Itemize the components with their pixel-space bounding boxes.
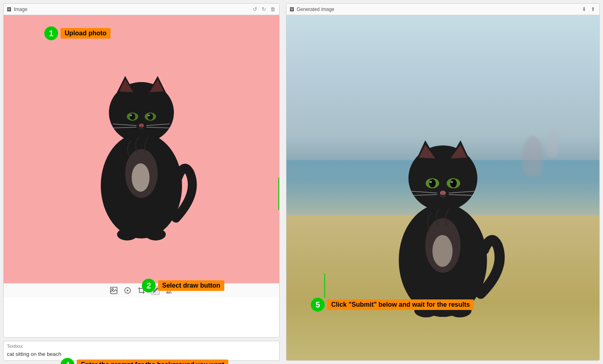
svg-point-46: [432, 235, 453, 267]
svg-point-9: [147, 113, 153, 120]
callout-number-1: 1: [44, 26, 58, 40]
svg-point-19: [117, 228, 137, 240]
callout-text-5: Click "Submit" below and wait for the re…: [327, 299, 474, 310]
image-toolbar: [4, 283, 279, 297]
callout-number-5: 5: [311, 298, 325, 312]
prompt-input[interactable]: [7, 350, 276, 358]
callout-5: 5 Click "Submit" below and wait for the …: [311, 298, 474, 312]
image-icon: 🖼: [7, 7, 11, 12]
svg-point-23: [112, 288, 113, 290]
left-panel-title: Image: [14, 6, 27, 12]
delete-button[interactable]: 🗑: [269, 6, 276, 13]
right-panel-title: Generated image: [297, 6, 334, 12]
right-panel: 🖼 Generated image ⬇ ⬆: [286, 3, 600, 361]
svg-point-37: [429, 181, 432, 183]
generated-image-canvas: 5 Click "Submit" below and wait for the …: [286, 15, 599, 360]
svg-point-10: [130, 115, 132, 116]
image-tool[interactable]: [109, 286, 118, 295]
svg-point-35: [429, 179, 436, 188]
callout-number-2: 2: [142, 279, 156, 292]
undo-button[interactable]: ↺: [252, 6, 258, 13]
callout-1: 1 Upload photo: [44, 26, 111, 40]
svg-point-21: [132, 163, 150, 192]
callout-2: 2 Select draw button: [142, 279, 224, 292]
svg-point-38: [451, 181, 453, 183]
generated-image-icon: 🖼: [290, 7, 294, 12]
svg-point-11: [147, 115, 150, 116]
image-canvas[interactable]: 1 Upload photo 3 Draw white around the b…: [4, 15, 279, 283]
callout-number-4: 4: [61, 358, 74, 364]
right-panel-header: 🖼 Generated image ⬇ ⬆: [286, 4, 599, 15]
svg-point-25: [127, 290, 128, 291]
callout-text-2: Select draw button: [158, 280, 224, 291]
callout-text-4: Enter the prompt for the background you …: [77, 360, 228, 364]
cat-image-left: [72, 31, 210, 267]
callout-4: 4 Enter the prompt for the background yo…: [61, 358, 228, 364]
svg-point-8: [130, 113, 135, 120]
textbox-section: Textbox 4 Enter the prompt for the backg…: [3, 341, 280, 361]
redo-button[interactable]: ↻: [260, 6, 267, 13]
callout-text-1: Upload photo: [61, 28, 111, 39]
svg-point-36: [450, 179, 457, 188]
circle-tool[interactable]: [123, 286, 132, 295]
share-button[interactable]: ⬆: [590, 6, 596, 13]
textbox-label: Textbox: [7, 344, 276, 349]
download-button[interactable]: ⬇: [581, 6, 587, 13]
left-panel-header: 🖼 Image ↺ ↻ 🗑: [4, 4, 279, 15]
svg-point-20: [145, 228, 166, 240]
